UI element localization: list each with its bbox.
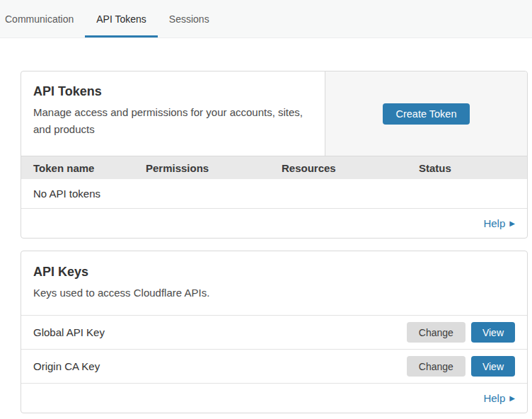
api-keys-help-link[interactable]: Help ▶ — [483, 392, 515, 404]
global-api-key-row: Global API Key Change View — [21, 316, 527, 350]
api-tokens-title: API Tokens — [33, 82, 313, 101]
global-api-key-label: Global API Key — [33, 326, 105, 338]
api-keys-title: API Keys — [33, 263, 515, 281]
api-tokens-card-footer: Help ▶ — [21, 209, 527, 238]
origin-ca-key-row: Origin CA Key Change View — [21, 350, 527, 384]
api-tokens-header-text: API Tokens Manage access and permissions… — [21, 71, 325, 156]
origin-ca-key-view-button[interactable]: View — [471, 356, 515, 377]
column-header-token-name: Token name — [33, 162, 146, 174]
api-keys-card-header: API Keys Keys used to access Cloudflare … — [21, 251, 527, 316]
api-keys-card: API Keys Keys used to access Cloudflare … — [21, 251, 528, 413]
tab-communication-label: Communication — [5, 13, 74, 25]
tab-bar: Communication API Tokens Sessions — [0, 0, 532, 38]
tab-api-tokens-label: API Tokens — [96, 13, 146, 25]
api-tokens-action-panel: Create Token — [325, 71, 527, 156]
column-header-permissions: Permissions — [146, 162, 282, 174]
chevron-right-icon: ▶ — [509, 220, 515, 227]
origin-ca-key-actions: Change View — [407, 356, 515, 377]
global-api-key-change-button[interactable]: Change — [407, 322, 466, 343]
global-api-key-actions: Change View — [407, 322, 515, 343]
api-keys-card-footer: Help ▶ — [21, 384, 527, 413]
api-keys-subtitle: Keys used to access Cloudflare APIs. — [33, 285, 315, 302]
create-token-button[interactable]: Create Token — [383, 103, 470, 125]
tab-sessions-label: Sessions — [169, 13, 209, 25]
active-tab-underline — [85, 35, 158, 38]
origin-ca-key-change-button[interactable]: Change — [407, 356, 466, 377]
column-header-status: Status — [419, 162, 527, 174]
api-tokens-help-link[interactable]: Help ▶ — [483, 217, 515, 229]
tab-communication[interactable]: Communication — [0, 0, 85, 38]
tab-sessions[interactable]: Sessions — [158, 0, 221, 38]
api-tokens-card-header: API Tokens Manage access and permissions… — [21, 71, 527, 156]
main-content: API Tokens Manage access and permissions… — [21, 71, 528, 413]
tokens-empty-state-row: No API tokens — [21, 179, 527, 209]
global-api-key-view-button[interactable]: View — [471, 322, 515, 343]
tab-api-tokens[interactable]: API Tokens — [85, 0, 158, 38]
tokens-table-header: Token name Permissions Resources Status — [21, 156, 527, 179]
chevron-right-icon: ▶ — [509, 395, 515, 402]
column-header-resources: Resources — [282, 162, 419, 174]
tokens-empty-text: No API tokens — [33, 188, 100, 200]
api-tokens-description: Manage access and permissions for your a… — [33, 104, 313, 138]
origin-ca-key-label: Origin CA Key — [33, 360, 100, 372]
api-keys-help-label: Help — [483, 392, 505, 404]
api-tokens-card: API Tokens Manage access and permissions… — [21, 71, 528, 239]
api-tokens-help-label: Help — [483, 217, 505, 229]
